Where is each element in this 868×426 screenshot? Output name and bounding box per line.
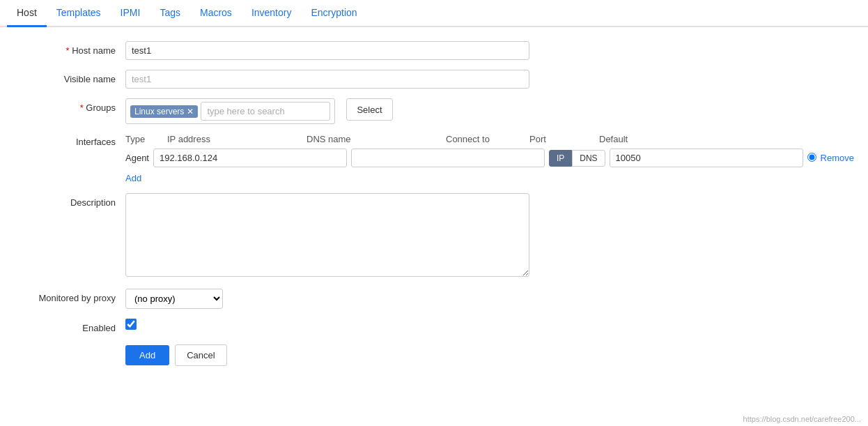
tab-encryption[interactable]: Encryption [301,0,366,27]
groups-row: Groups Linux servers ✕ Select [14,98,854,124]
groups-tag-linux: Linux servers ✕ [130,105,198,118]
tab-bar: Host Templates IPMI Tags Macros Inventor… [0,0,868,27]
tab-ipmi[interactable]: IPMI [111,0,150,27]
description-field-wrap [125,193,529,279]
add-interface-link[interactable]: Add [125,173,141,183]
description-textarea[interactable] [125,193,529,277]
tab-templates[interactable]: Templates [47,0,111,27]
tab-inventory[interactable]: Inventory [242,0,302,27]
description-label: Description [14,193,125,208]
connect-dns-button[interactable]: DNS [572,150,605,167]
groups-label: Groups [14,98,125,113]
visible-name-row: Visible name [14,70,854,89]
hostname-input[interactable] [125,41,529,60]
proxy-row: Monitored by proxy (no proxy) [14,289,854,309]
interface-default-radio[interactable] [807,153,816,162]
interface-default-radio-wrap [807,153,816,164]
hostname-row: Host name [14,41,854,60]
col-dns-header: DNS name [307,134,446,144]
interface-dns-input[interactable] [351,149,545,167]
visible-name-label: Visible name [14,70,125,84]
groups-container[interactable]: Linux servers ✕ [125,98,335,124]
tab-macros[interactable]: Macros [190,0,242,27]
hostname-field-wrap [125,41,529,60]
enabled-label: Enabled [14,319,125,333]
col-ip-header: IP address [167,134,307,144]
enabled-checkbox[interactable] [125,319,137,330]
interface-ip-input[interactable] [153,149,347,167]
proxy-select[interactable]: (no proxy) [125,289,223,309]
visible-name-field-wrap [125,70,529,89]
proxy-field-wrap: (no proxy) [125,289,529,309]
col-default-header: Default [599,134,655,144]
col-connect-header: Connect to [446,134,529,144]
interfaces-col-headers: Type IP address DNS name Connect to Port… [125,134,854,144]
tab-tags[interactable]: Tags [150,0,190,27]
interface-type-label: Agent [125,153,149,163]
groups-select-button[interactable]: Select [346,98,392,121]
interface-agent-row: Agent IP DNS Remove [125,149,854,167]
groups-tag-label: Linux servers [134,107,184,116]
enabled-row: Enabled [14,319,854,333]
connect-buttons: IP DNS [549,150,605,167]
proxy-label: Monitored by proxy [14,289,125,303]
col-port-header: Port [529,134,599,144]
col-type-header: Type [125,134,167,144]
connect-ip-button[interactable]: IP [549,150,572,167]
buttons-row: Add Cancel [125,344,854,366]
interfaces-label: Interfaces [14,134,125,147]
interfaces-section: Interfaces Type IP address DNS name Conn… [14,134,854,183]
groups-search-input[interactable] [201,102,330,121]
host-form: Host name Visible name Groups Linux serv… [0,27,868,380]
groups-inner: Linux servers ✕ Select [125,98,393,124]
interfaces-header: Interfaces Type IP address DNS name Conn… [14,134,854,183]
interfaces-table: Type IP address DNS name Connect to Port… [125,134,854,183]
enabled-field-wrap [125,319,137,330]
tab-host[interactable]: Host [7,0,47,27]
hostname-label: Host name [14,41,125,56]
add-interface-wrap: Add [125,170,854,183]
description-row: Description [14,193,854,279]
interface-port-input[interactable] [610,149,803,167]
interface-remove-link[interactable]: Remove [821,153,854,163]
add-button[interactable]: Add [125,345,169,365]
groups-tag-remove[interactable]: ✕ [187,107,194,116]
visible-name-input[interactable] [125,70,529,89]
cancel-button[interactable]: Cancel [175,344,226,366]
